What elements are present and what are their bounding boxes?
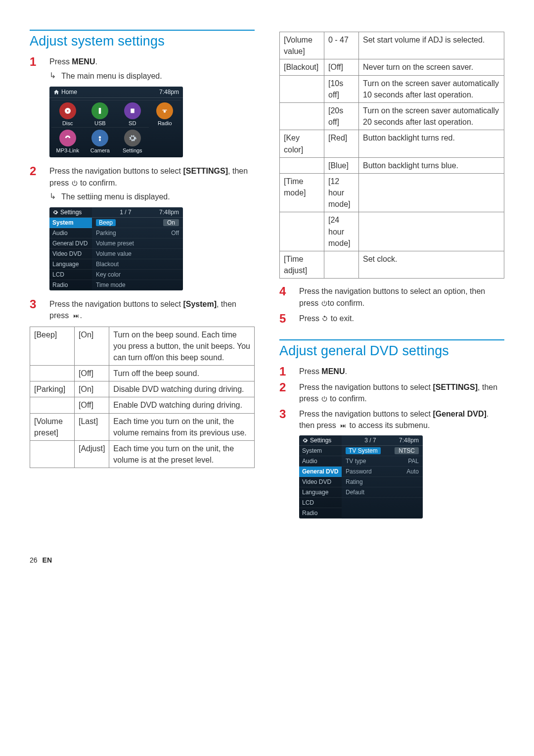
side-row: LCD: [299, 498, 342, 508]
table-cell: Turn off the beep sound.: [109, 366, 255, 381]
table-cell: [On]: [75, 381, 109, 397]
side-row: System: [49, 218, 92, 228]
row-val: Off: [171, 230, 179, 236]
side-row: System: [299, 446, 342, 456]
device-settings-generaldvd-mock: Settings System Audio General DVD Video …: [299, 435, 423, 519]
step-number: 3: [279, 408, 299, 420]
step-number: 3: [30, 298, 49, 310]
table-cell: [24 hour mode]: [324, 212, 359, 251]
step-text-tail: .: [80, 311, 82, 320]
table-cell: Each time you turn on the unit, the volu…: [109, 441, 255, 468]
home-item-usb: USB: [84, 100, 117, 127]
page-lang: EN: [43, 556, 52, 564]
result-arrow-icon: ↳: [49, 191, 61, 201]
table-cell: [Off]: [324, 59, 359, 75]
device-time: 7:48pm: [159, 209, 183, 216]
table-cell: Enable DVD watching during driving.: [109, 397, 255, 413]
table-cell: [280, 75, 324, 102]
step-number: 5: [279, 313, 299, 325]
table-cell: Set clock.: [359, 251, 504, 279]
side-row: General DVD: [299, 467, 342, 477]
step-3: 3 Press the navigation buttons to select…: [30, 298, 255, 321]
table-cell: Each time you turn on the unit, the volu…: [109, 413, 255, 440]
table-cell: [324, 251, 359, 279]
step-number: 4: [279, 285, 299, 297]
side-row: Language: [299, 487, 342, 498]
table-cell: Disable DVD watching during driving.: [109, 381, 255, 397]
step-text-tail: .: [95, 57, 97, 66]
table-cell: [Time adjust]: [280, 251, 324, 279]
device-page: 3 / 7: [364, 437, 376, 444]
row-val: On: [163, 219, 179, 226]
fast-forward-icon: [71, 313, 80, 319]
side-row: Video DVD: [49, 249, 92, 259]
svg-rect-6: [99, 139, 101, 142]
table-cell: [Last]: [75, 413, 109, 440]
row-key: Password: [346, 468, 372, 475]
step-text: Press the navigation buttons to select: [299, 410, 433, 418]
side-row: Language: [49, 259, 92, 270]
table-cell: [Off]: [75, 366, 109, 381]
side-row: Video DVD: [299, 477, 342, 487]
table-cell: Button backlight turns blue.: [359, 157, 504, 173]
table-cell: [280, 102, 324, 130]
system-settings-table-2: [Volume value]0 - 47Set start volume if …: [279, 32, 504, 279]
step-text-tail: .: [345, 367, 347, 376]
step-number: 2: [30, 165, 49, 177]
table-cell: Never turn on the screen saver.: [359, 59, 504, 75]
step-b3: 3 Press the navigation buttons to select…: [279, 408, 504, 431]
back-icon: [321, 315, 328, 322]
table-cell: [Adjust]: [75, 441, 109, 468]
side-row: Audio: [299, 456, 342, 467]
row-key: TV type: [346, 458, 366, 465]
power-icon: [321, 395, 328, 402]
step-result: The settiing menu is displayed.: [61, 191, 255, 202]
step-text: Press the navigation buttons to select: [299, 383, 433, 391]
step-bold: [SETTINGS]: [183, 167, 228, 175]
home-item-sd: SD: [116, 100, 149, 127]
table-cell: Turn on the screen saver automatically 2…: [359, 102, 504, 130]
page-number: 26: [30, 556, 38, 564]
result-arrow-icon: ↳: [49, 71, 61, 80]
side-row: Audio: [49, 228, 92, 238]
table-cell: Turn on the beep sound. Each time you pr…: [109, 327, 255, 366]
step-text-tail: to access its submenu.: [347, 421, 430, 429]
table-cell: Button backlight turns red.: [359, 130, 504, 157]
step-text-tail: to confirm.: [328, 394, 367, 403]
table-cell: [30, 397, 75, 413]
heading-adjust-system: Adjust system settings: [30, 30, 255, 49]
side-row: Radio: [299, 508, 342, 519]
table-cell: [Off]: [75, 397, 109, 413]
device-header: Settings: [60, 209, 82, 216]
step-bold: [System]: [183, 300, 217, 308]
device-header: Settings: [310, 437, 331, 444]
table-cell: [Parking]: [30, 381, 75, 397]
row-key: Blackout: [96, 261, 119, 268]
step-text: Press: [49, 57, 72, 66]
table-cell: [280, 212, 324, 251]
step-bold: MENU: [321, 367, 345, 376]
home-item-camera: Camera: [84, 127, 117, 154]
table-cell: [30, 366, 75, 381]
table-cell: [Key color]: [280, 130, 324, 157]
row-key: Key color: [96, 271, 121, 278]
heading-adjust-general-dvd: Adjust general DVD settings: [279, 339, 504, 359]
home-item-radio: Radio: [149, 100, 181, 127]
table-cell: [280, 157, 324, 173]
table-cell: [Blackout]: [280, 59, 324, 75]
step-text-tail: to confirm.: [78, 179, 117, 187]
step-5: 5 Press to exit.: [279, 313, 504, 325]
row-val: NTSC: [395, 447, 419, 454]
home-item-disc: Disc: [51, 100, 84, 127]
device-title: Home: [61, 89, 77, 95]
step-text: Press the navigation buttons to select: [49, 300, 183, 308]
step-bold: [SETTINGS]: [433, 383, 478, 391]
device-settings-system-mock: Settings System Audio General DVD Video …: [49, 207, 183, 290]
step-text: Press: [299, 367, 321, 376]
step-text-tail: to confirm.: [328, 299, 365, 307]
table-cell: 0 - 47: [324, 32, 359, 59]
system-settings-table-1: [Beep][On]Turn on the beep sound. Each t…: [30, 327, 255, 469]
step-text: Press: [299, 314, 321, 323]
svg-rect-2: [99, 108, 101, 114]
table-cell: [10s off]: [324, 75, 359, 102]
